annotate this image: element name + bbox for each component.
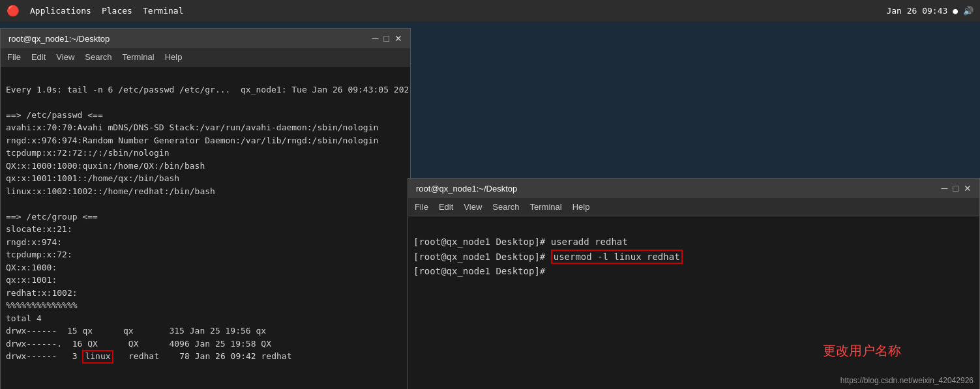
terminal-2-menu-help[interactable]: Help (572, 202, 590, 212)
topbar: 🔴 Applications Places Terminal Jan 26 09… (0, 0, 980, 22)
terminal-1-menubar: File Edit View Search Terminal Help (1, 48, 410, 66)
terminal-1-minimize[interactable]: ─ (372, 33, 379, 44)
volume-icon[interactable]: 🔊 (963, 6, 973, 16)
terminal-2-menu-file[interactable]: File (415, 202, 428, 212)
terminal-1-menu-edit[interactable]: Edit (31, 52, 46, 62)
terminal-2-menu-terminal[interactable]: Terminal (530, 202, 562, 212)
topbar-right: Jan 26 09:43 ● 🔊 (886, 6, 973, 16)
terminal-2-maximize[interactable]: □ (953, 183, 958, 194)
topbar-terminal[interactable]: Terminal (143, 6, 184, 16)
terminal-2-menubar: File Edit View Search Terminal Help (408, 198, 979, 216)
terminal-2-minimize[interactable]: ─ (942, 183, 948, 194)
terminal-1-maximize[interactable]: □ (384, 33, 389, 44)
terminal-2-menu-search[interactable]: Search (492, 202, 519, 212)
terminal-2-controls: ─ □ ✕ (942, 183, 972, 194)
terminal-1-titlebar: root@qx_node1:~/Desktop ─ □ ✕ (1, 29, 410, 48)
topbar-datetime: Jan 26 09:43 ● (886, 6, 958, 16)
terminal-1-close[interactable]: ✕ (394, 33, 402, 44)
terminal-2-menu-view[interactable]: View (464, 202, 482, 212)
topbar-applications[interactable]: Applications (30, 6, 91, 16)
terminal-2-body[interactable]: [root@qx_node1 Desktop]# useradd redhat … (408, 216, 979, 389)
highlight-linux-word: linux (82, 350, 113, 364)
terminal-1-body[interactable]: Every 1.0s: tail -n 6 /etc/passwd /etc/g… (1, 66, 410, 389)
footer-link: https://blog.csdn.net/weixin_42042926 (840, 376, 973, 385)
terminal-1-menu-search[interactable]: Search (85, 52, 111, 62)
terminal-1-title: root@qx_node1:~/Desktop (8, 34, 110, 44)
terminal-1-controls: ─ □ ✕ (372, 33, 402, 44)
terminal-2-title: root@qx_node1:~/Desktop (416, 184, 517, 194)
terminal-1-menu-terminal[interactable]: Terminal (123, 52, 155, 62)
terminal-1-menu-file[interactable]: File (7, 52, 21, 62)
terminal-window-2: root@qx_node1:~/Desktop ─ □ ✕ File Edit … (408, 178, 980, 389)
chinese-annotation: 更改用户名称 (823, 342, 901, 360)
terminal-2-menu-edit[interactable]: Edit (439, 202, 453, 212)
terminal-1-menu-view[interactable]: View (56, 52, 74, 62)
highlight-usermod-command: usermod -l linux redhat (551, 250, 683, 264)
topbar-left: 🔴 Applications Places Terminal (7, 5, 184, 17)
terminal-2-titlebar: root@qx_node1:~/Desktop ─ □ ✕ (408, 179, 979, 198)
topbar-places[interactable]: Places (102, 6, 132, 16)
terminal-2-close[interactable]: ✕ (964, 183, 972, 194)
desktop: root@qx_node1:~/Desktop ─ □ ✕ File Edit … (0, 22, 980, 389)
redhat-logo: 🔴 (7, 5, 20, 17)
terminal-1-menu-help[interactable]: Help (165, 52, 183, 62)
terminal-window-1: root@qx_node1:~/Desktop ─ □ ✕ File Edit … (0, 28, 411, 389)
